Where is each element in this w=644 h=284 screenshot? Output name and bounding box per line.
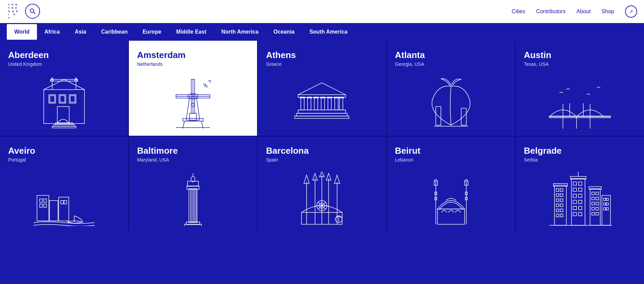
cat-middleeast[interactable]: Middle East <box>169 24 214 40</box>
svg-rect-163 <box>604 208 606 210</box>
svg-rect-150 <box>592 197 594 200</box>
svg-rect-22 <box>190 113 196 121</box>
site-logo[interactable]: ♥ O NT H EG ★ RI D♥ <box>7 2 20 21</box>
svg-rect-66 <box>37 195 49 221</box>
svg-rect-157 <box>596 212 599 215</box>
svg-rect-144 <box>573 212 577 216</box>
svg-rect-135 <box>579 182 582 185</box>
svg-rect-71 <box>40 204 42 207</box>
svg-rect-129 <box>556 214 559 217</box>
svg-rect-142 <box>573 206 577 210</box>
svg-line-1 <box>34 12 35 14</box>
search-button[interactable] <box>25 4 40 19</box>
city-card-baltimore[interactable]: Baltimore Maryland, USA <box>129 136 257 231</box>
svg-rect-19 <box>70 96 75 102</box>
cat-asia[interactable]: Asia <box>67 24 94 40</box>
city-country: Serbia <box>524 157 538 163</box>
svg-rect-18 <box>60 96 65 102</box>
city-card-beirut[interactable]: Beirut Lebanon <box>387 136 515 231</box>
svg-rect-160 <box>606 198 608 201</box>
svg-rect-38 <box>296 113 347 116</box>
city-card-aveiro[interactable]: Aveiro Portugal <box>0 136 128 231</box>
cat-world[interactable]: World <box>7 24 37 40</box>
cat-northamerica[interactable]: North America <box>214 24 266 40</box>
cat-caribbean[interactable]: Caribbean <box>94 24 135 40</box>
svg-rect-156 <box>592 212 594 215</box>
svg-rect-161 <box>604 203 606 205</box>
city-grid: Aberdeen United Kingdom <box>0 41 644 231</box>
city-country: Texas, USA <box>524 61 549 67</box>
nav-about[interactable]: About <box>577 8 591 15</box>
city-illustration-baltimore <box>137 172 249 226</box>
city-card-aberdeen[interactable]: Aberdeen United Kingdom <box>0 41 128 136</box>
cat-oceania[interactable]: Oceania <box>266 24 302 40</box>
cat-europe[interactable]: Europe <box>135 24 169 40</box>
city-card-austin[interactable]: Austin Texas, USA <box>516 41 644 136</box>
svg-rect-40 <box>301 97 304 110</box>
svg-rect-145 <box>579 212 582 216</box>
svg-rect-151 <box>596 197 599 200</box>
svg-rect-67 <box>50 201 58 221</box>
svg-rect-112 <box>437 209 465 224</box>
svg-rect-155 <box>596 207 599 210</box>
nav-shop[interactable]: Shop <box>602 8 614 15</box>
svg-rect-126 <box>560 204 563 207</box>
svg-rect-139 <box>579 194 582 197</box>
city-name: Aveiro <box>8 146 35 156</box>
svg-rect-16 <box>52 126 76 128</box>
svg-rect-54 <box>436 107 441 125</box>
external-link-icon[interactable]: ↗ <box>625 5 637 18</box>
city-name: Amsterdam <box>137 50 186 60</box>
city-illustration-amsterdam <box>137 76 249 130</box>
svg-rect-68 <box>59 197 69 221</box>
header-left: ♥ O NT H EG ★ RI D♥ <box>7 2 40 21</box>
city-country: Netherlands <box>137 61 163 67</box>
city-illustration-belgrade <box>524 172 636 226</box>
svg-rect-36 <box>298 110 346 113</box>
city-card-belgrade[interactable]: Belgrade Serbia <box>516 136 644 231</box>
city-illustration-athens <box>266 76 378 130</box>
city-card-athens[interactable]: Athens Greece <box>258 41 386 136</box>
city-name: Atlanta <box>395 50 425 60</box>
svg-rect-39 <box>295 116 349 118</box>
city-name: Austin <box>524 50 551 60</box>
category-nav: World Africa Asia Caribbean Europe Middl… <box>0 23 644 41</box>
city-illustration-austin <box>524 76 636 130</box>
city-country: Lebanon <box>395 157 414 163</box>
svg-rect-122 <box>560 194 563 196</box>
svg-rect-74 <box>64 201 67 204</box>
city-country: Spain <box>266 157 278 163</box>
city-card-amsterdam[interactable]: Amsterdam Netherlands <box>129 41 257 136</box>
svg-rect-149 <box>596 192 599 195</box>
svg-point-0 <box>30 9 34 13</box>
svg-rect-162 <box>606 203 608 205</box>
svg-rect-121 <box>556 194 559 196</box>
svg-rect-141 <box>579 200 582 204</box>
svg-rect-55 <box>461 108 466 125</box>
svg-rect-72 <box>44 204 46 207</box>
city-name: Aberdeen <box>8 50 49 60</box>
svg-rect-140 <box>573 200 577 204</box>
cat-africa[interactable]: Africa <box>37 24 67 40</box>
svg-rect-134 <box>573 182 577 185</box>
svg-rect-130 <box>560 214 563 217</box>
city-card-atlanta[interactable]: Atlanta Georgia, USA <box>387 41 515 136</box>
svg-rect-138 <box>573 194 577 197</box>
city-country: Georgia, USA <box>395 61 424 67</box>
nav-cities[interactable]: Cities <box>512 8 525 15</box>
city-country: Greece <box>266 61 281 67</box>
svg-rect-159 <box>604 198 606 201</box>
city-illustration-barcelona <box>266 172 378 226</box>
svg-rect-164 <box>606 208 608 210</box>
city-name: Beirut <box>395 146 421 156</box>
svg-rect-45 <box>335 97 338 110</box>
city-country: Portugal <box>8 157 26 163</box>
svg-rect-78 <box>184 224 201 226</box>
cat-southamerica[interactable]: South America <box>302 24 355 40</box>
city-illustration-atlanta <box>395 76 507 130</box>
svg-rect-17 <box>50 96 55 102</box>
svg-rect-44 <box>328 97 331 110</box>
city-card-barcelona[interactable]: Barcelona Spain <box>258 136 386 231</box>
nav-contributors[interactable]: Contributors <box>536 8 566 15</box>
header-nav: Cities Contributors About Shop ↗ <box>512 5 637 18</box>
